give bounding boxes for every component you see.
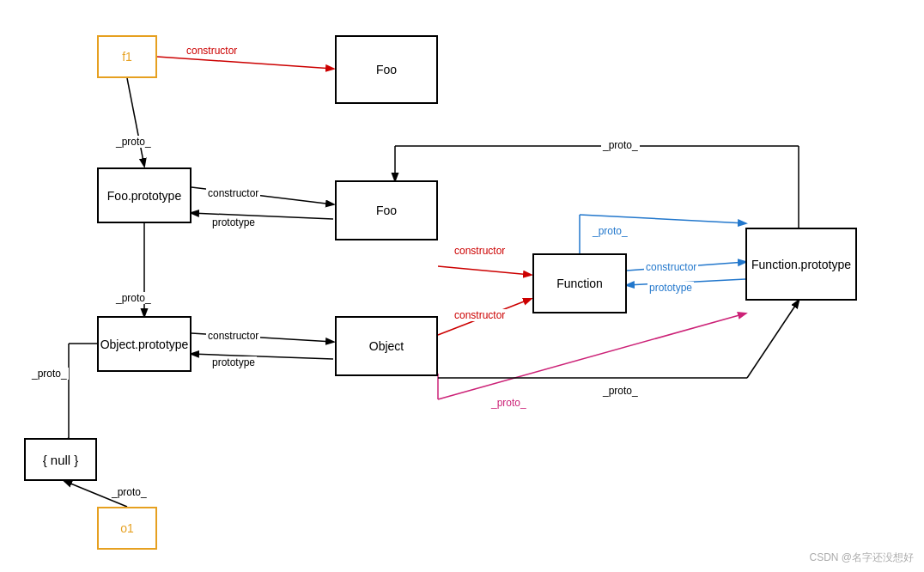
label-prototype-obj-objproto: prototype	[210, 356, 257, 368]
foo-prototype-box: Foo.prototype	[97, 167, 191, 223]
svg-line-11	[438, 266, 531, 275]
foo-mid-label: Foo	[376, 204, 397, 217]
label-proto-o1-null: _proto_	[110, 486, 149, 498]
function-box: Function	[532, 253, 627, 313]
f1-box: f1	[97, 35, 157, 78]
label-proto-fooproto-objproto: _proto_	[114, 292, 153, 304]
label-proto-bottom-black: _proto_	[601, 385, 640, 397]
svg-line-16	[580, 215, 745, 223]
object-prototype-label: Object.prototype	[100, 338, 189, 351]
label-constructor-func-funcproto: constructor	[644, 261, 698, 273]
o1-box: o1	[97, 507, 157, 550]
foo-top-box: Foo	[335, 35, 438, 104]
label-constructor-fooproto-foo: constructor	[206, 187, 260, 199]
label-constructor-f1-foo: constructor	[185, 45, 239, 57]
label-proto-function-funcproto-top: _proto_	[591, 225, 629, 237]
label-prototype-funcproto-func: prototype	[647, 282, 694, 294]
foo-prototype-label: Foo.prototype	[107, 189, 181, 203]
null-box: { null }	[24, 438, 97, 481]
diagram-container: f1 Foo Foo.prototype Foo Function Functi…	[0, 0, 924, 572]
svg-line-21	[438, 313, 745, 399]
svg-line-0	[157, 57, 333, 69]
label-proto-objproto-null: _proto_	[30, 368, 69, 380]
function-label: Function	[556, 277, 603, 290]
function-prototype-label: Function.prototype	[751, 258, 851, 271]
label-constructor-obj-function: constructor	[453, 309, 507, 321]
function-prototype-box: Function.prototype	[745, 228, 857, 301]
svg-line-1	[127, 78, 144, 166]
label-proto-f1-fooproto: _proto_	[114, 136, 153, 148]
svg-line-23	[747, 301, 799, 378]
o1-label: o1	[120, 521, 134, 535]
object-box: Object	[335, 316, 438, 376]
label-proto-obj-funcproto-pink: _proto_	[489, 397, 528, 409]
foo-mid-box: Foo	[335, 180, 438, 240]
label-constructor-objproto-obj: constructor	[206, 330, 260, 342]
object-prototype-box: Object.prototype	[97, 316, 191, 372]
f1-label: f1	[122, 50, 132, 64]
label-prototype-foo-fooproto: prototype	[210, 216, 257, 228]
null-label: { null }	[43, 453, 79, 467]
watermark: CSDN @名字还没想好	[809, 551, 914, 565]
foo-top-label: Foo	[376, 63, 397, 76]
label-constructor-foo-function: constructor	[453, 245, 507, 257]
label-proto-top-curve: _proto_	[601, 139, 640, 151]
object-label: Object	[369, 339, 404, 353]
